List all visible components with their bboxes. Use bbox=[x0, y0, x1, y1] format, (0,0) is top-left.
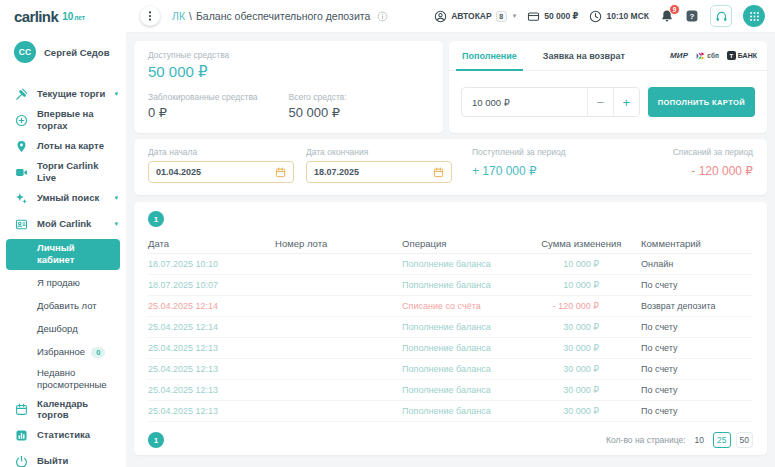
table-row: 18.07.2025 10:07 Пополнение баланса 10 0… bbox=[148, 275, 753, 296]
info-icon[interactable] bbox=[377, 11, 388, 22]
sidebar-subitem-label: Я продаю bbox=[37, 277, 80, 289]
topbar-right: АВТОКАР 8 ▾ 50 000 ₽ 10:10 МСК 9 ? bbox=[434, 5, 765, 27]
header-balance[interactable]: 50 000 ₽ bbox=[527, 10, 578, 23]
row-amount: - 120 000 ₽ bbox=[541, 301, 641, 311]
sidebar-item[interactable]: Впервые на торгах bbox=[0, 107, 126, 133]
row-comment: По счету bbox=[641, 343, 753, 353]
amount-stepper: − + bbox=[461, 87, 640, 117]
row-comment: По счету bbox=[641, 364, 753, 374]
row-operation: Пополнение баланса bbox=[402, 343, 541, 353]
topup-tab-label: Заявка на возврат bbox=[543, 51, 625, 61]
table-row: 25.04.2025 12:14 Пополнение баланса 30 0… bbox=[148, 317, 753, 338]
table-footer: 1 Кол-во на странице: 10 25 50 bbox=[148, 426, 753, 448]
sidebar-subitem-label: Личный кабинет bbox=[37, 242, 112, 267]
topup-tab[interactable]: Заявка на возврат bbox=[530, 41, 638, 70]
pagination-page-button[interactable]: 1 bbox=[148, 432, 164, 448]
account-switcher[interactable]: АВТОКАР 8 ▾ bbox=[434, 10, 516, 23]
sidebar-subitem[interactable]: Личный кабинет bbox=[6, 239, 120, 270]
map-pin-icon bbox=[15, 140, 28, 153]
sidebar-item[interactable]: Умный поиск ▾ bbox=[0, 185, 126, 211]
sidebar-item-label: Торги Carlink Live bbox=[37, 160, 118, 184]
dots-vertical-icon bbox=[144, 10, 156, 22]
sidebar-user[interactable]: СС Сергей Седов bbox=[0, 33, 126, 69]
row-comment: По счету bbox=[641, 322, 753, 332]
amount-input[interactable] bbox=[462, 88, 587, 116]
topup-tab[interactable]: Пополнение bbox=[449, 41, 530, 70]
sidebar-item[interactable]: Статистика bbox=[0, 422, 126, 448]
sidebar-subitem-label: Дешборд bbox=[37, 323, 78, 335]
page-menu-button[interactable] bbox=[140, 6, 160, 26]
help-icon[interactable]: ? bbox=[685, 9, 699, 23]
sidebar-item[interactable]: Календарь торгов bbox=[0, 396, 126, 422]
notifications-button[interactable]: 9 bbox=[660, 9, 674, 23]
table-row: 25.04.2025 12:13 Пополнение баланса 30 0… bbox=[148, 380, 753, 401]
sidebar-item[interactable]: Выйти bbox=[0, 448, 126, 467]
per-page-option[interactable]: 25 bbox=[713, 432, 730, 448]
support-button[interactable] bbox=[710, 5, 732, 27]
sidebar-item-label: Статистика bbox=[37, 429, 90, 441]
logo[interactable]: carlink 10лет bbox=[0, 0, 126, 33]
header-time-value: 10:10 МСК bbox=[606, 11, 649, 21]
start-date-label: Дата начала bbox=[148, 147, 294, 157]
sidebar-subitem[interactable]: Избранное 0 bbox=[0, 341, 126, 364]
per-page-option[interactable]: 50 bbox=[736, 432, 753, 448]
apps-menu-button[interactable] bbox=[743, 5, 765, 27]
row-amount: 30 000 ₽ bbox=[541, 364, 641, 374]
sbp-logo: сбп bbox=[696, 51, 718, 61]
sidebar-item-label: Мой Carlink bbox=[37, 218, 91, 230]
power-icon bbox=[15, 455, 28, 467]
table-row: 25.04.2025 12:13 Пополнение баланса 30 0… bbox=[148, 401, 753, 422]
row-operation: Пополнение баланса bbox=[402, 259, 541, 269]
page-title: Баланс обеспечительного депозита bbox=[196, 10, 370, 22]
decrease-amount-button[interactable]: − bbox=[587, 88, 613, 116]
row-amount: 30 000 ₽ bbox=[541, 322, 641, 332]
breadcrumb-separator: \ bbox=[189, 10, 192, 22]
row-date: 25.04.2025 12:14 bbox=[148, 322, 275, 332]
person-icon bbox=[434, 10, 447, 23]
table-column-header: Номер лота bbox=[275, 238, 402, 249]
per-page-label: Кол-во на странице: bbox=[606, 435, 685, 445]
topup-by-card-button[interactable]: ПОПОЛНИТЬ КАРТОЙ bbox=[648, 87, 755, 117]
sidebar-subitem[interactable]: Недавно просмотренные bbox=[0, 364, 126, 395]
sidebar-item[interactable]: Текущие торги ▾ bbox=[0, 81, 126, 107]
increase-amount-button[interactable]: + bbox=[613, 88, 639, 116]
row-date: 18.07.2025 10:07 bbox=[148, 280, 275, 290]
table-header-row: Дата Номер лота Операция Сумма изменения… bbox=[148, 233, 753, 254]
logo-wordmark: carlink bbox=[14, 8, 58, 25]
bar-chart-icon bbox=[15, 429, 28, 442]
sidebar-item-label: Впервые на торгах bbox=[37, 108, 118, 132]
transactions-table: Дата Номер лота Операция Сумма изменения… bbox=[148, 233, 753, 422]
chevron-down-icon: ▾ bbox=[114, 194, 118, 202]
sidebar-item[interactable]: Лоты на карте bbox=[0, 133, 126, 159]
start-date-input[interactable]: 01.04.2025 bbox=[148, 161, 294, 183]
table-row: 18.07.2025 10:10 Пополнение баланса 10 0… bbox=[148, 254, 753, 275]
main-content: Доступные средства 50 000 ₽ Заблокирован… bbox=[126, 33, 775, 467]
row-amount: 30 000 ₽ bbox=[541, 406, 641, 416]
row-operation: Пополнение баланса bbox=[402, 364, 541, 374]
sidebar-subitem[interactable]: Дешборд bbox=[0, 318, 126, 341]
sidebar-item[interactable]: Мой Carlink ▾ bbox=[0, 211, 126, 237]
clock-icon bbox=[589, 10, 602, 23]
sidebar-item[interactable]: Торги Carlink Live bbox=[0, 159, 126, 185]
wallet-icon bbox=[527, 10, 540, 23]
breadcrumb-root-link[interactable]: ЛК bbox=[172, 10, 185, 22]
row-date: 25.04.2025 12:13 bbox=[148, 406, 275, 416]
sidebar: carlink 10лет СС Сергей Седов Текущие то… bbox=[0, 0, 126, 467]
income-label: Поступлений за период bbox=[472, 147, 565, 157]
headphones-icon bbox=[715, 10, 728, 23]
gavel-icon bbox=[15, 88, 28, 101]
sidebar-subitem[interactable]: Добавить лот bbox=[0, 295, 126, 318]
calendar-icon bbox=[433, 167, 444, 178]
end-date-input[interactable]: 18.07.2025 bbox=[306, 161, 452, 183]
row-amount: 10 000 ₽ bbox=[541, 280, 641, 290]
calendar-icon bbox=[15, 403, 28, 416]
table-column-header: Сумма изменения bbox=[541, 238, 641, 249]
sidebar-subitem[interactable]: Я продаю bbox=[0, 272, 126, 295]
row-operation: Пополнение баланса bbox=[402, 406, 541, 416]
topup-tabs: Пополнение Заявка на возврат МИР сбп Т bbox=[449, 41, 767, 71]
per-page-option[interactable]: 10 bbox=[691, 432, 708, 448]
total-funds-value: 50 000 ₽ bbox=[289, 105, 430, 120]
outcome-label: Списаний за период bbox=[673, 147, 753, 157]
pagination-page-button[interactable]: 1 bbox=[148, 211, 164, 227]
row-comment: Возврат депозита bbox=[641, 301, 753, 311]
